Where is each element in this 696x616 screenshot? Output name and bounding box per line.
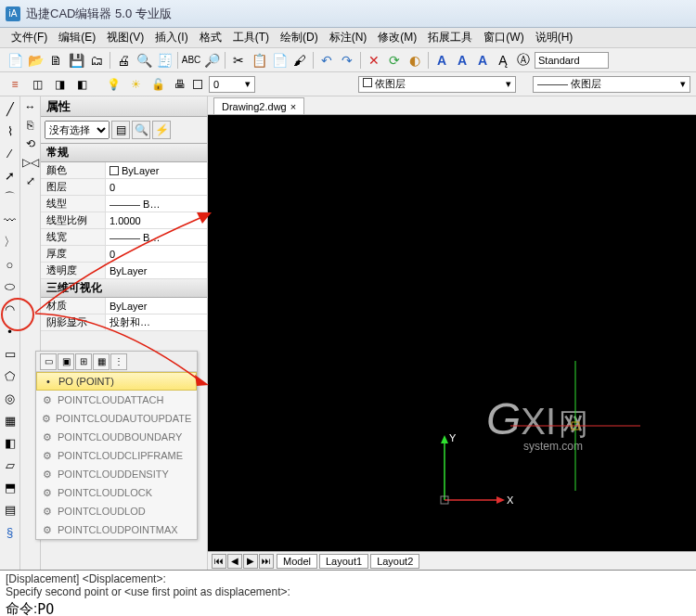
print-icon[interactable]: 🖨 [114,51,133,70]
undo-icon[interactable]: ↶ [317,51,336,70]
wipeout-icon[interactable]: ▱ [2,456,19,473]
prop-btn1-icon[interactable]: ▤ [111,121,130,139]
menu-extend[interactable]: 拓展工具 [424,28,476,47]
color-combo[interactable]: 0▾ [209,76,255,93]
category-general[interactable]: 常规 [41,144,207,162]
ac-btn3-icon[interactable]: ⊞ [75,353,92,370]
polygon-icon[interactable]: ⬠ [2,367,19,384]
layer-state-icon[interactable]: ◫ [28,75,46,94]
autocomplete-item[interactable]: ⚙POINTCLOUDPOINTMAX [36,520,197,539]
refresh-icon[interactable]: ⟳ [385,51,404,70]
scale-icon[interactable]: ⤢ [26,174,35,187]
autocomplete-item[interactable]: ⚙POINTCLOUDATTACH [36,391,197,409]
spiral-icon[interactable]: § [2,523,19,540]
redo-icon[interactable]: ↷ [338,51,356,70]
drawing-canvas[interactable]: GXI 网 system.com Y X [208,115,696,551]
ellipse-icon[interactable]: ⬭ [2,278,19,295]
construct-icon[interactable]: ◐ [406,51,424,70]
file-icon[interactable]: 🗎 [46,51,65,70]
tab-last-icon[interactable]: ⏭ [259,554,274,569]
new-icon[interactable]: 📄 [6,51,24,70]
layout-tab-1[interactable]: Layout1 [319,554,368,569]
save-icon[interactable]: 💾 [67,51,85,70]
ac-btn5-icon[interactable]: ⋮ [110,353,127,370]
ac-btn1-icon[interactable]: ▭ [40,353,57,370]
menu-file[interactable]: 文件(F) [7,28,51,47]
autocomplete-item[interactable]: ⚙POINTCLOUDCLIPFRAME [36,446,197,465]
menu-insert[interactable]: 插入(I) [151,28,191,47]
saveall-icon[interactable]: 🗂 [87,51,106,70]
layer-iso-icon[interactable]: ◨ [50,75,69,94]
autocomplete-item[interactable]: ⚙POINTCLOUDDENSITY [36,465,197,483]
tab-first-icon[interactable]: ⏮ [212,554,226,569]
autocomplete-item[interactable]: ⚙POINTCLOUDLOCK [36,483,197,502]
bulb-icon[interactable]: 💡 [104,75,122,94]
cut-icon[interactable]: ✂ [229,51,248,70]
polyline-icon[interactable]: ⌇ [2,122,19,139]
pdf-icon[interactable]: 🧾 [155,51,174,70]
text-a4-icon[interactable]: Ą [494,51,512,70]
text-a2-icon[interactable]: A [453,51,471,70]
ray-icon[interactable]: ➚ [2,167,19,184]
copy-icon[interactable]: ⎘ [27,119,33,132]
menu-view[interactable]: 视图(V) [103,28,148,47]
angle-icon[interactable]: 〉 [2,234,19,250]
delete-icon[interactable]: ✕ [365,51,383,70]
color-swatch-icon[interactable] [193,80,202,89]
selection-combo[interactable]: 没有选择 [45,121,110,139]
tab-next-icon[interactable]: ▶ [243,554,258,569]
menu-edit[interactable]: 编辑(E) [55,28,99,47]
open-icon[interactable]: 📂 [26,51,45,70]
arc-icon[interactable]: ⌒ [2,189,19,206]
layer-prev-icon[interactable]: ◧ [72,75,91,94]
tab-prev-icon[interactable]: ◀ [227,554,242,569]
menu-help[interactable]: 说明(H) [532,28,577,47]
autocomplete-item[interactable]: ⚙POINTCLOUDAUTOUPDATE [36,409,197,428]
text-a1-icon[interactable]: A [432,51,451,70]
rectangle-icon[interactable]: ▭ [2,345,19,362]
layer-combo[interactable]: 依图层▾ [358,76,516,93]
category-3d[interactable]: 三维可视化 [41,279,207,298]
rotate-icon[interactable]: ⟲ [26,137,35,150]
paste-icon[interactable]: 📄 [270,51,289,70]
tab-close-icon[interactable]: × [290,101,296,112]
autocomplete-item[interactable]: ⚙POINTCLOUDBOUNDARY [36,428,197,446]
spellcheck-icon[interactable]: ABC [182,51,200,70]
copy-icon[interactable]: 📋 [250,51,268,70]
mirror-icon[interactable]: ▷◁ [22,156,39,169]
line-icon[interactable]: ╱ [2,100,19,117]
menu-dimension[interactable]: 标注(N) [326,28,371,47]
menu-modify[interactable]: 修改(M) [374,28,420,47]
autocomplete-item[interactable]: ⚙POINTCLOUDLOD [36,502,197,520]
region-icon[interactable]: ◧ [2,434,19,451]
ellipse-arc-icon[interactable]: ◠ [2,301,19,317]
layout-tab-2[interactable]: Layout2 [370,554,419,569]
block-icon[interactable]: ⬒ [2,479,19,495]
spline-icon[interactable]: 〰 [2,212,19,228]
point-icon[interactable]: • [2,323,19,340]
text-a5-icon[interactable]: Ⓐ [514,51,533,70]
menu-format[interactable]: 格式 [196,28,226,47]
document-tab[interactable]: Drawing2.dwg × [213,97,304,114]
text-a3-icon[interactable]: A [473,51,492,70]
donut-icon[interactable]: ◎ [2,390,19,406]
match-icon[interactable]: 🖌 [290,51,309,70]
prop-btn2-icon[interactable]: 🔍 [132,121,150,139]
xline-icon[interactable]: ∕ [2,145,19,161]
move-icon[interactable]: ↔ [25,100,36,113]
layer-mgr-icon[interactable]: ≡ [6,75,24,94]
command-input[interactable] [37,601,130,617]
layout-tab-model[interactable]: Model [277,554,317,569]
menu-window[interactable]: 窗口(W) [480,28,527,47]
menu-draw[interactable]: 绘制(D) [277,28,322,47]
prop-btn3-icon[interactable]: ⚡ [152,121,171,139]
ac-btn4-icon[interactable]: ▦ [93,353,110,370]
sun-icon[interactable]: ☀ [126,75,145,94]
lock-icon[interactable]: 🔓 [148,75,167,94]
style-combo[interactable]: Standard [535,52,609,69]
linetype-combo[interactable]: ——— 依图层▾ [533,76,690,93]
circle-icon[interactable]: ○ [2,256,19,273]
plot-icon[interactable]: 🖶 [171,75,189,94]
menu-tools[interactable]: 工具(T) [229,28,273,47]
ac-btn2-icon[interactable]: ▣ [58,353,74,370]
